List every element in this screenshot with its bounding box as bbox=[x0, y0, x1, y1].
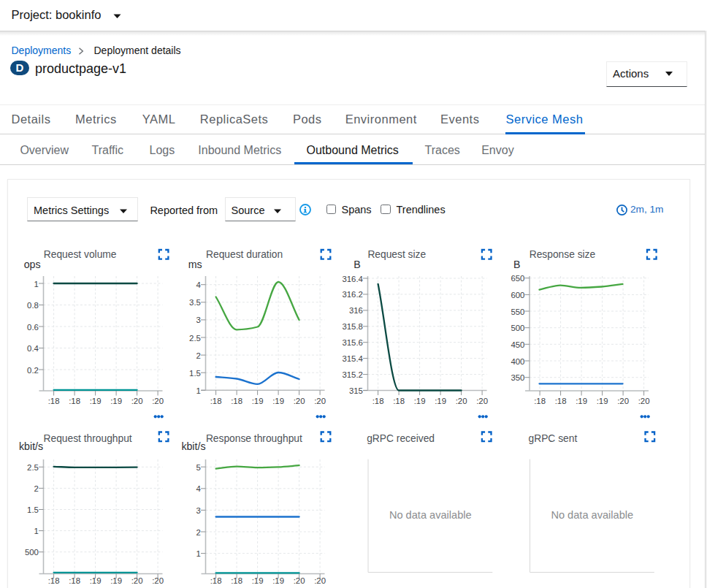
svg-text::18: :18 bbox=[69, 576, 80, 585]
svg-text:Request throughput: Request throughput bbox=[44, 433, 132, 444]
svg-text::19: :19 bbox=[110, 397, 122, 405]
svg-text:500: 500 bbox=[511, 324, 524, 332]
svg-text::18: :18 bbox=[555, 397, 567, 405]
svg-text:Response throughput: Response throughput bbox=[206, 433, 302, 444]
svg-text:B: B bbox=[354, 259, 360, 270]
svg-text::19: :19 bbox=[576, 397, 587, 405]
svg-text::18: :18 bbox=[534, 397, 546, 405]
svg-text::20: :20 bbox=[314, 576, 326, 585]
svg-text:ops: ops bbox=[24, 259, 41, 270]
svg-text:3.5: 3.5 bbox=[189, 298, 201, 307]
svg-text:1.5: 1.5 bbox=[27, 505, 39, 514]
svg-text:316: 316 bbox=[349, 306, 363, 315]
svg-text::20: :20 bbox=[314, 397, 326, 405]
svg-text::19: :19 bbox=[272, 576, 284, 585]
svg-text:1: 1 bbox=[34, 280, 39, 289]
svg-text::20: :20 bbox=[294, 576, 305, 585]
svg-text::20: :20 bbox=[131, 576, 143, 585]
svg-text:315.4: 315.4 bbox=[342, 354, 363, 363]
svg-text:B: B bbox=[513, 259, 520, 270]
svg-text:0.4: 0.4 bbox=[27, 344, 39, 353]
svg-text::19: :19 bbox=[414, 397, 426, 405]
svg-text:1: 1 bbox=[196, 386, 201, 395]
svg-text:600: 600 bbox=[511, 291, 524, 299]
svg-text:315: 315 bbox=[349, 386, 363, 395]
svg-text:Response size: Response size bbox=[530, 249, 596, 260]
svg-text:No data available: No data available bbox=[551, 509, 633, 521]
svg-text:500: 500 bbox=[25, 548, 39, 557]
svg-text::20: :20 bbox=[152, 397, 164, 405]
svg-text:5: 5 bbox=[196, 463, 201, 472]
svg-text::19: :19 bbox=[110, 576, 122, 585]
svg-text:3: 3 bbox=[196, 316, 201, 324]
svg-text:316.4: 316.4 bbox=[342, 275, 363, 283]
svg-text:0.6: 0.6 bbox=[27, 323, 39, 332]
svg-text:1: 1 bbox=[196, 549, 201, 558]
svg-text::18: :18 bbox=[48, 576, 60, 585]
svg-text::20: :20 bbox=[456, 397, 467, 405]
svg-text::20: :20 bbox=[638, 397, 650, 405]
svg-text::19: :19 bbox=[252, 397, 264, 405]
svg-text:1.5: 1.5 bbox=[189, 369, 201, 378]
svg-text:400: 400 bbox=[511, 357, 524, 366]
svg-text:550: 550 bbox=[511, 308, 524, 316]
svg-text:2.5: 2.5 bbox=[27, 463, 39, 472]
svg-text::18: :18 bbox=[393, 397, 405, 405]
svg-text::19: :19 bbox=[90, 397, 102, 405]
svg-text:315.8: 315.8 bbox=[342, 322, 363, 331]
svg-text:kbit/s: kbit/s bbox=[181, 440, 205, 452]
svg-text:4: 4 bbox=[196, 484, 201, 493]
svg-text:gRPC received: gRPC received bbox=[367, 433, 435, 444]
svg-text:2.5: 2.5 bbox=[189, 334, 201, 343]
svg-text:kbit/s: kbit/s bbox=[19, 440, 43, 452]
svg-text:ms: ms bbox=[188, 259, 202, 270]
svg-text::19: :19 bbox=[272, 397, 284, 405]
svg-text::18: :18 bbox=[210, 576, 222, 585]
svg-text::19: :19 bbox=[252, 576, 264, 585]
svg-text::20: :20 bbox=[152, 576, 164, 585]
svg-text:2: 2 bbox=[34, 484, 39, 493]
svg-text::18: :18 bbox=[48, 397, 60, 405]
svg-text::19: :19 bbox=[597, 397, 608, 405]
svg-text:Request volume: Request volume bbox=[44, 249, 117, 260]
svg-text:No data available: No data available bbox=[389, 509, 472, 521]
svg-text:350: 350 bbox=[511, 373, 524, 382]
svg-text::20: :20 bbox=[617, 397, 629, 405]
svg-text:450: 450 bbox=[511, 340, 524, 349]
svg-text:2: 2 bbox=[196, 528, 201, 537]
svg-text::18: :18 bbox=[231, 397, 242, 405]
svg-text::18: :18 bbox=[231, 576, 242, 585]
svg-text::19: :19 bbox=[90, 576, 102, 585]
svg-text:315.2: 315.2 bbox=[342, 370, 363, 379]
svg-text::18: :18 bbox=[210, 397, 222, 405]
svg-text:316.2: 316.2 bbox=[342, 290, 363, 299]
svg-text::18: :18 bbox=[372, 397, 384, 405]
svg-text::20: :20 bbox=[476, 397, 488, 405]
svg-text::20: :20 bbox=[131, 397, 143, 405]
svg-text:3: 3 bbox=[196, 506, 201, 515]
svg-text:0.2: 0.2 bbox=[27, 366, 39, 375]
svg-text:4: 4 bbox=[196, 280, 201, 289]
svg-text:Request size: Request size bbox=[367, 249, 426, 260]
svg-text:650: 650 bbox=[511, 274, 524, 283]
svg-text:1: 1 bbox=[34, 527, 39, 535]
svg-text:0.8: 0.8 bbox=[27, 301, 39, 310]
svg-text:Request duration: Request duration bbox=[206, 249, 283, 260]
svg-text::19: :19 bbox=[435, 397, 446, 405]
svg-text::20: :20 bbox=[294, 397, 305, 405]
svg-text:2: 2 bbox=[196, 351, 201, 360]
svg-text:315.6: 315.6 bbox=[342, 338, 363, 347]
svg-text:gRPC sent: gRPC sent bbox=[529, 433, 578, 444]
svg-text::18: :18 bbox=[69, 397, 80, 405]
